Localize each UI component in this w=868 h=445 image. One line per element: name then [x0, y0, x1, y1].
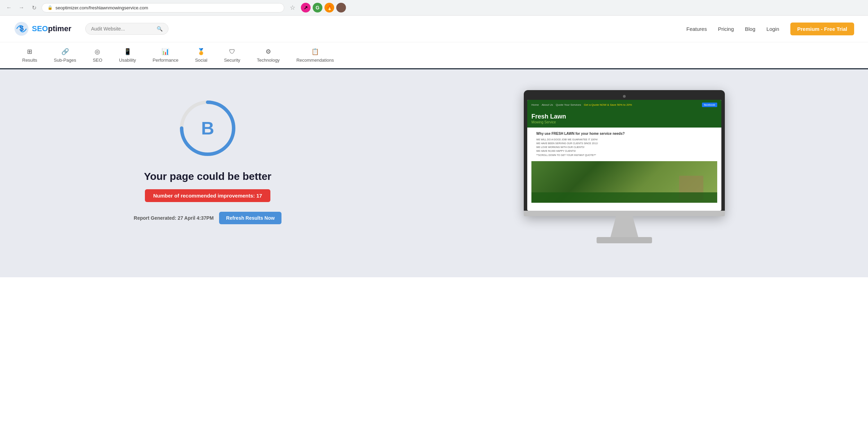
main-content: B Your page could be better Number of re… — [0, 69, 868, 277]
logo[interactable]: $ SEOptimer — [14, 21, 71, 36]
technology-label: Technology — [257, 58, 280, 63]
lock-icon: 🔒 — [47, 5, 53, 10]
subpages-icon: 🔗 — [61, 48, 69, 55]
monitor-wrapper: Home About Us Quote Your Services Get a … — [524, 90, 725, 243]
subnav-seo[interactable]: ◎ SEO — [85, 42, 111, 69]
seo-icon: ◎ — [95, 48, 100, 55]
social-icon: 🏅 — [197, 48, 205, 55]
bookmark-icon[interactable]: ☆ — [290, 4, 295, 11]
sub-nav: ⊞ Results 🔗 Sub-Pages ◎ SEO 📱 Usability … — [0, 42, 868, 69]
left-panel: B Your page could be better Number of re… — [28, 90, 388, 224]
right-panel: Home About Us Quote Your Services Get a … — [408, 90, 840, 243]
logo-text: SEOptimer — [32, 24, 71, 33]
preview-nav-links: Home About Us Quote Your Services Get a … — [531, 103, 632, 106]
monitor-chin — [524, 211, 725, 216]
user-avatar[interactable] — [336, 3, 346, 12]
result-headline: Your page could be better — [144, 171, 271, 182]
improvements-badge: Number of recommended improvements: 17 — [145, 189, 270, 202]
page: $ SEOptimer 🔍 Features Pricing Blog Logi… — [0, 16, 868, 445]
preview-headline: Why use FRESH LAWN for your home service… — [536, 132, 712, 136]
preview-image — [531, 161, 717, 203]
preview-nav-quote: Quote Your Services — [556, 103, 581, 106]
monitor-stand — [610, 216, 638, 237]
monitor-base — [597, 237, 652, 243]
extension-icon-1[interactable]: ↗ — [301, 3, 311, 12]
back-button[interactable]: ← — [4, 3, 14, 12]
refresh-button[interactable]: Refresh Results Now — [219, 212, 281, 224]
grade-circle: B — [176, 97, 239, 159]
preview-header: Home About Us Quote Your Services Get a … — [527, 100, 721, 110]
subnav-results[interactable]: ⊞ Results — [14, 42, 45, 69]
logo-icon: $ — [14, 21, 29, 36]
nav-features[interactable]: Features — [686, 26, 707, 32]
browser-toolbar-icons: ↗ G 🔥 — [301, 3, 346, 12]
refresh-button[interactable]: ↻ — [29, 3, 39, 12]
grade-letter: B — [201, 118, 214, 139]
subnav-performance[interactable]: 📊 Performance — [144, 42, 186, 69]
subnav-security[interactable]: 🛡 Security — [216, 43, 249, 69]
monitor-screen: Home About Us Quote Your Services Get a … — [527, 100, 721, 211]
browser-chrome: ← → ↻ 🔒 ☆ ↗ G 🔥 — [0, 0, 868, 16]
navbar: $ SEOptimer 🔍 Features Pricing Blog Logi… — [0, 16, 868, 42]
extension-icon-2[interactable]: G — [313, 3, 322, 12]
nav-pricing[interactable]: Pricing — [718, 26, 734, 32]
preview-logo-text: Fresh Lawn — [531, 113, 717, 120]
monitor-top-bar — [527, 94, 721, 100]
subnav-recommendations[interactable]: 📋 Recommendations — [288, 42, 342, 69]
subpages-label: Sub-Pages — [54, 58, 76, 63]
seo-label: SEO — [93, 58, 102, 63]
technology-icon: ⚙ — [266, 48, 271, 55]
url-input[interactable] — [55, 5, 278, 10]
security-icon: 🛡 — [229, 48, 235, 55]
premium-button[interactable]: Premium - Free Trial — [790, 23, 854, 35]
report-row: Report Generated: 27 April 4:37PM Refres… — [134, 212, 282, 224]
subnav-subpages[interactable]: 🔗 Sub-Pages — [45, 42, 84, 69]
social-label: Social — [195, 58, 207, 63]
subnav-usability[interactable]: 📱 Usability — [111, 42, 144, 69]
recommendations-icon: 📋 — [311, 48, 319, 55]
performance-label: Performance — [153, 58, 178, 63]
address-bar[interactable]: 🔒 — [42, 3, 284, 12]
preview-white-section: Why use FRESH LAWN for your home service… — [531, 128, 717, 161]
nav-links: Features Pricing Blog Login Premium - Fr… — [686, 23, 854, 35]
report-date: Report Generated: 27 April 4:37PM — [134, 215, 214, 221]
usability-icon: 📱 — [124, 48, 131, 55]
preview-body: WE WILL DO A GOOD JOB! WE GUARANTEE IT 1… — [536, 138, 712, 157]
security-label: Security — [224, 58, 240, 63]
performance-icon: 📊 — [162, 48, 169, 55]
search-input[interactable] — [91, 26, 154, 32]
recommendations-label: Recommendations — [296, 58, 334, 63]
forward-button[interactable]: → — [17, 3, 26, 12]
results-label: Results — [22, 58, 37, 63]
nav-login[interactable]: Login — [766, 26, 779, 32]
preview-nav-home: Home — [531, 103, 539, 106]
preview-logo-area: Fresh Lawn Mowing Service — [527, 110, 721, 128]
monitor-body: Home About Us Quote Your Services Get a … — [524, 90, 725, 216]
preview-fb-button: facebook — [702, 103, 717, 107]
preview-nav-about: About Us — [541, 103, 553, 106]
extension-icon-3[interactable]: 🔥 — [324, 3, 334, 12]
search-icon: 🔍 — [157, 26, 163, 32]
subnav-social[interactable]: 🏅 Social — [187, 42, 216, 69]
results-icon: ⊞ — [27, 48, 32, 55]
usability-label: Usability — [119, 58, 136, 63]
grass-overlay — [531, 192, 717, 203]
monitor-dot — [623, 95, 626, 98]
nav-blog[interactable]: Blog — [745, 26, 755, 32]
search-bar[interactable]: 🔍 — [85, 23, 168, 35]
preview-nav-deal: Get a Quote NOW & Save 50% to 20% — [584, 103, 632, 106]
preview-logo-sub: Mowing Service — [531, 120, 717, 124]
subnav-technology[interactable]: ⚙ Technology — [249, 42, 288, 69]
